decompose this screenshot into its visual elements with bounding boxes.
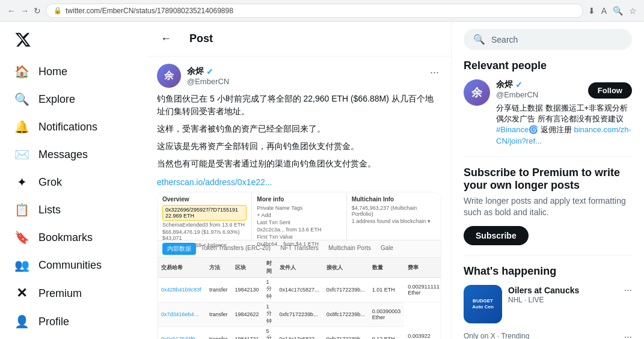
sidebar-item-bookmarks[interactable]: 🔖 Bookmarks bbox=[7, 224, 140, 251]
table-cell-2-3: 5 分钟 bbox=[263, 327, 276, 340]
happening-more-button[interactable]: ··· bbox=[624, 285, 632, 296]
premium-title: Subscribe to Premium to write your own l… bbox=[464, 166, 632, 192]
more-info-3: Last Txn Sent bbox=[257, 219, 341, 225]
follow-button[interactable]: Follow bbox=[588, 82, 632, 99]
tweet-content: 钓鱼团伙已在 5 小时前完成了将全部的 22,960 ETH ($66.88M)… bbox=[157, 93, 441, 170]
browser-download[interactable]: ⬇ bbox=[588, 6, 595, 16]
multichain-title: Multichain Info bbox=[352, 196, 436, 203]
trending-more-1[interactable]: ··· bbox=[624, 332, 632, 339]
table-container: 交易哈希 方法 区块 时间 发件人 接收人 数量 费率 bbox=[158, 258, 441, 339]
table-cell-2-1: transfer bbox=[206, 327, 232, 340]
tweet-line-3: 这应该是先将资产全部转回，再向钓鱼团伙支付赏金。 bbox=[157, 140, 441, 153]
browser-back[interactable]: ← bbox=[7, 6, 16, 16]
author-name: 余烬 ✓ bbox=[187, 66, 229, 77]
tab-nft[interactable]: NFT Transfers bbox=[275, 243, 324, 255]
avatar: 余 bbox=[157, 64, 181, 88]
divider-1 bbox=[464, 156, 632, 157]
search-input[interactable] bbox=[491, 35, 622, 44]
lock-icon: 🔒 bbox=[54, 7, 62, 14]
table-cell-0-2: 19842130 bbox=[232, 278, 263, 302]
table-body: 0x428b41b9c83ftransfer198421301 分钟0x14c1… bbox=[158, 278, 441, 340]
whats-happening-section: What's happening BUDGETAuto Cen Oilers a… bbox=[464, 265, 632, 339]
messages-icon: ✉️ bbox=[14, 147, 29, 162]
sidebar-label-communities: Communities bbox=[38, 259, 102, 272]
main-content: ← Post 余 余烬 ✓ @EmberCN ··· bbox=[147, 22, 452, 339]
happening-item-hockey: BUDGETAuto Cen Oilers at Canucks NHL · L… bbox=[464, 285, 632, 323]
sidebar-label-home: Home bbox=[38, 66, 67, 78]
author-display-name: 余烬 bbox=[187, 66, 204, 77]
sidebar-logo bbox=[7, 26, 140, 55]
premium-icon: ✕ bbox=[14, 286, 29, 301]
table-cell-1-2: 19842622 bbox=[232, 302, 263, 327]
sidebar-item-profile[interactable]: 👤 Profile bbox=[7, 308, 140, 335]
table-header-row: 交易哈希 方法 区块 时间 发件人 接收人 数量 费率 bbox=[158, 258, 441, 278]
search-bar: 🔍 bbox=[464, 29, 632, 50]
table-cell-1-4: 0xfc7172239b... bbox=[276, 302, 323, 327]
rp-bio: 分享链上数据 数据搬运工+非客观分析 偶尔发广告 所有言论都没有投资建议 #Bi… bbox=[496, 103, 632, 147]
tab-multichain[interactable]: Multichain Ports bbox=[324, 243, 376, 255]
rp-bio-binance-link[interactable]: #Binance bbox=[496, 125, 529, 134]
sidebar-item-home[interactable]: 🏠 Home bbox=[7, 58, 140, 85]
tweet-more-button[interactable]: ··· bbox=[428, 64, 441, 81]
sidebar-item-messages[interactable]: ✉️ Messages bbox=[7, 141, 140, 168]
sidebar-item-more[interactable]: ⋯ More bbox=[7, 336, 140, 339]
tab-gale[interactable]: Gale bbox=[376, 243, 398, 255]
browser-translate[interactable]: A bbox=[601, 6, 607, 16]
back-button[interactable]: ← bbox=[157, 29, 175, 49]
trending-info: Only on X · Trending #aurora Trending wi… bbox=[464, 332, 602, 339]
search-icon: 🔍 bbox=[473, 34, 485, 45]
table-cell-0-5: 0xfc7172239b... bbox=[323, 278, 369, 302]
trending-category-1: Only on X · Trending bbox=[464, 332, 602, 339]
tab-token[interactable]: Token Transfers (ERC-20) bbox=[196, 243, 275, 255]
table-cell-1-6: 0.00390003 Ether bbox=[369, 302, 405, 327]
sidebar-item-communities[interactable]: 👥 Communities bbox=[7, 252, 140, 278]
col-fee: 费率 bbox=[404, 258, 441, 278]
browser-bar: ← → ↻ 🔒 twitter.com/EmberCN/status/17890… bbox=[0, 0, 644, 22]
sidebar-label-messages: Messages bbox=[38, 148, 88, 161]
tweet-etherscan-link[interactable]: etherscan.io/address/0x1e22... bbox=[157, 177, 272, 187]
highlighted-address: 0x322696/295927/7D7155191 22.969 ETH bbox=[162, 205, 247, 221]
sidebar-item-grok[interactable]: ✦ Grok bbox=[7, 169, 140, 195]
rp-info: 余烬 ✓ @EmberCN Follow 分享链上数据 数据搬运工+非客观分析 … bbox=[496, 79, 632, 147]
sidebar-item-premium[interactable]: ✕ Premium bbox=[7, 279, 140, 307]
notifications-icon: 🔔 bbox=[14, 120, 29, 134]
more-info-1: Private Name Tags bbox=[257, 205, 341, 211]
happening-category: NHL · LIVE bbox=[508, 296, 579, 304]
profile-icon: 👤 bbox=[14, 314, 29, 329]
rp-avatar: 余 bbox=[464, 79, 490, 106]
table-row: 0x0x9175d3f9b9ftransfer198417215 分钟0x14c… bbox=[158, 327, 441, 340]
rp-display-name: 余烬 ✓ bbox=[496, 79, 538, 90]
happening-hockey-image: BUDGETAuto Cen bbox=[464, 285, 502, 323]
sidebar-item-explore[interactable]: 🔍 Explore bbox=[7, 86, 140, 112]
more-info-col: More info Private Name Tags + Add Last T… bbox=[252, 192, 346, 240]
browser-zoom[interactable]: 🔍 bbox=[613, 6, 623, 16]
multichain-2: 1 address found via blockchain ▾ bbox=[352, 218, 436, 224]
post-header: ← Post bbox=[147, 22, 451, 56]
rp-name-block: 余烬 ✓ @EmberCN bbox=[496, 79, 538, 102]
table-cell-2-2: 19841721 bbox=[232, 327, 263, 340]
happening-info: Oilers at Canucks NHL · LIVE ··· bbox=[508, 285, 632, 304]
browser-bookmark[interactable]: ☆ bbox=[629, 6, 637, 16]
tweet-line-2: 这样，受害者被钓鱼的资产已经全部回来了。 bbox=[157, 123, 441, 135]
sidebar-label-lists: Lists bbox=[38, 204, 61, 216]
browser-url-bar[interactable]: 🔒 twitter.com/EmberCN/status/17890802352… bbox=[46, 4, 583, 18]
happening-text: Oilers at Canucks NHL · LIVE bbox=[508, 285, 579, 304]
author-handle: @EmberCN bbox=[187, 77, 229, 86]
sidebar-item-lists[interactable]: 📋 Lists bbox=[7, 197, 140, 223]
rp-verified-icon: ✓ bbox=[515, 80, 523, 90]
tweet-author-row: 余 余烬 ✓ @EmberCN ··· bbox=[157, 64, 441, 88]
table-cell-0-3: 1 分钟 bbox=[263, 278, 276, 302]
browser-reload[interactable]: ↻ bbox=[34, 6, 41, 16]
col-hash: 交易哈希 bbox=[158, 258, 206, 278]
more-info-title: More info bbox=[257, 196, 341, 203]
table-cell-0-6: 1.01 ETH bbox=[369, 278, 405, 302]
col-block: 区块 bbox=[232, 258, 263, 278]
happening-row: Oilers at Canucks NHL · LIVE ··· bbox=[508, 285, 632, 304]
rp-name-row: 余烬 ✓ @EmberCN Follow bbox=[496, 79, 632, 102]
subscribe-button[interactable]: Subscribe bbox=[464, 226, 529, 245]
browser-forward[interactable]: → bbox=[20, 6, 29, 16]
table-cell-2-4: 0x14c17c5827... bbox=[276, 327, 323, 340]
explore-icon: 🔍 bbox=[14, 92, 29, 106]
sidebar-item-notifications[interactable]: 🔔 Notifications bbox=[7, 114, 140, 140]
tab-internal[interactable]: 内部数据 bbox=[162, 243, 196, 255]
